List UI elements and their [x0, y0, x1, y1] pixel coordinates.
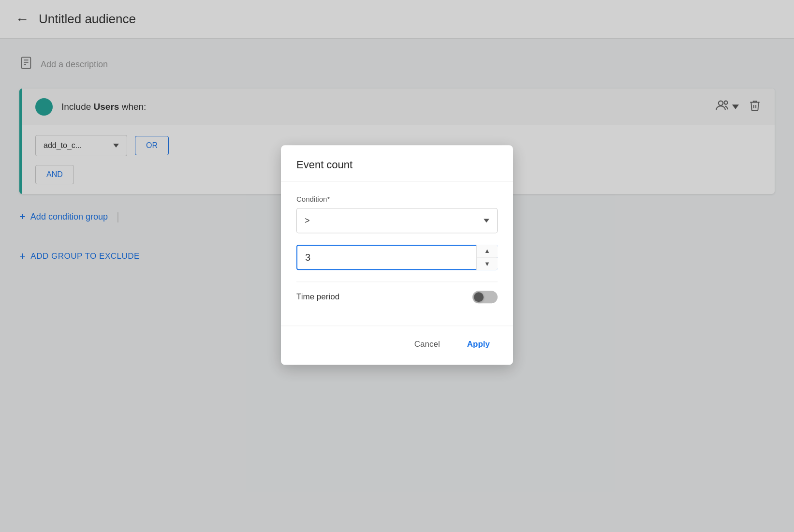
value-form-group: 3 ▲ ▼	[296, 245, 498, 270]
toggle-track[interactable]	[472, 291, 498, 303]
condition-select-wrapper: > < = >= <=	[296, 208, 498, 233]
modal-footer: Cancel Apply	[281, 325, 513, 365]
toggle-thumb	[474, 292, 484, 302]
time-period-row: Time period	[296, 281, 498, 312]
condition-label: Condition*	[296, 195, 498, 203]
time-period-label: Time period	[296, 292, 339, 302]
spinner-buttons: ▲ ▼	[476, 245, 498, 270]
modal-title: Event count	[296, 159, 353, 171]
time-period-toggle[interactable]	[472, 291, 498, 303]
apply-button[interactable]: Apply	[459, 335, 498, 354]
number-input-wrapper: 3 ▲ ▼	[296, 245, 498, 270]
condition-form-group: Condition* > < = >= <=	[296, 195, 498, 233]
modal-header: Event count	[281, 145, 513, 181]
modal-body: Condition* > < = >= <= 3 ▲ ▼	[281, 181, 513, 325]
spinner-up-button[interactable]: ▲	[477, 245, 498, 258]
condition-select[interactable]: > < = >= <=	[296, 208, 498, 233]
event-count-modal: Event count Condition* > < = >= <= 3 ▲	[281, 145, 513, 365]
count-input[interactable]: 3	[296, 245, 498, 270]
cancel-button[interactable]: Cancel	[407, 335, 448, 354]
spinner-down-button[interactable]: ▼	[477, 258, 498, 270]
